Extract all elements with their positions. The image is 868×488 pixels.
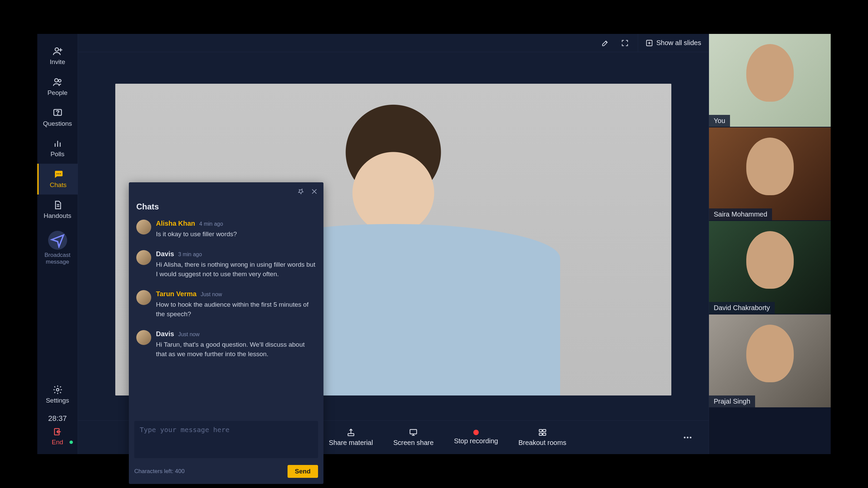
chat-message: Davis Just now Hi Tarun, that's a good q…	[136, 330, 316, 359]
sidebar-item-label: People	[47, 89, 67, 97]
chat-text: Hi Tarun, that's a good question. We'll …	[156, 340, 315, 359]
sidebar-item-label: Broadcast message	[39, 252, 76, 266]
participant-name: Saira Mohammed	[709, 208, 772, 220]
sidebar: Invite People Questions Polls Chats Hand…	[37, 34, 78, 454]
avatar	[136, 290, 151, 305]
svg-point-3	[55, 79, 58, 82]
participant-tile[interactable]: Prajal Singh	[709, 314, 831, 408]
chars-left: Characters left: 400	[134, 468, 184, 475]
svg-point-31	[684, 436, 686, 438]
sidebar-item-people[interactable]: People	[37, 72, 78, 102]
svg-rect-28	[543, 429, 546, 432]
end-label: End	[52, 439, 63, 446]
participants-strip: You Saira Mohammed David Chakraborty Pra…	[709, 34, 831, 454]
breakout-rooms-button[interactable]: Breakout rooms	[518, 428, 566, 447]
show-all-slides-button[interactable]: Show all slides	[638, 34, 709, 52]
end-button[interactable]: End	[37, 427, 78, 454]
show-all-slides-label: Show all slides	[656, 39, 701, 47]
share-material-button[interactable]: Share material	[329, 428, 373, 447]
breakout-label: Breakout rooms	[518, 439, 566, 447]
questions-icon	[53, 108, 63, 118]
sidebar-item-invite[interactable]: Invite	[37, 41, 78, 72]
broadcast-icon	[50, 232, 65, 248]
chat-header	[129, 182, 323, 201]
chat-text: Is it okay to use filler words?	[156, 229, 237, 239]
svg-point-15	[56, 388, 59, 391]
participant-tile[interactable]: You	[709, 34, 831, 127]
sidebar-item-label: Settings	[46, 397, 69, 405]
fullscreen-icon	[621, 39, 629, 47]
sidebar-item-label: Invite	[50, 58, 65, 66]
sidebar-item-chats[interactable]: Chats	[37, 164, 78, 195]
svg-point-11	[58, 173, 59, 174]
svg-rect-27	[539, 429, 542, 432]
plus-square-icon	[646, 39, 653, 47]
pin-button[interactable]	[296, 186, 306, 197]
chat-panel: Chats Alisha Khan 4 min ago Is it okay t…	[129, 182, 323, 484]
sidebar-item-broadcast[interactable]: Broadcast message	[37, 225, 78, 271]
avatar	[136, 250, 151, 265]
chat-sender: Alisha Khan	[156, 220, 195, 227]
chat-text: How to hook the audience within the firs…	[156, 300, 315, 319]
close-icon	[311, 188, 318, 195]
screen-share-label: Screen share	[393, 439, 434, 447]
chat-body: Alisha Khan 4 min ago Is it okay to use …	[129, 215, 323, 418]
topbar: Show all slides	[78, 34, 709, 52]
pin-icon	[297, 188, 304, 195]
chat-time: Just now	[178, 331, 199, 338]
share-material-label: Share material	[329, 439, 373, 447]
status-dot	[70, 441, 73, 444]
fullscreen-icon-button[interactable]	[618, 36, 632, 50]
avatar	[136, 330, 151, 345]
chat-sender: Davis	[156, 330, 174, 338]
svg-point-10	[56, 173, 57, 174]
end-icon	[53, 427, 62, 436]
stop-recording-label: Stop recording	[454, 437, 498, 445]
chat-sender: Davis	[156, 250, 174, 258]
participant-name: Prajal Singh	[709, 395, 755, 407]
app-frame: Invite People Questions Polls Chats Hand…	[37, 34, 831, 454]
more-button[interactable]	[680, 430, 695, 445]
chats-icon	[53, 169, 63, 179]
chat-input[interactable]	[134, 421, 318, 458]
people-icon	[53, 77, 63, 87]
send-button[interactable]: Send	[288, 465, 318, 478]
svg-point-4	[58, 79, 61, 82]
chat-text: Hi Alisha, there is nothing wrong in usi…	[156, 260, 315, 279]
session-timer: 28:37	[48, 410, 67, 427]
chat-message: Tarun Verma Just now How to hook the aud…	[136, 290, 316, 319]
close-button[interactable]	[309, 186, 319, 197]
chat-message: Alisha Khan 4 min ago Is it okay to use …	[136, 220, 316, 239]
participant-tile[interactable]: David Chakraborty	[709, 221, 831, 314]
avatar	[136, 220, 151, 235]
sidebar-item-label: Polls	[51, 150, 64, 158]
sidebar-item-settings[interactable]: Settings	[37, 379, 78, 410]
broadcast-icon-circle	[48, 231, 67, 250]
gear-icon	[53, 385, 63, 395]
chat-time: 3 min ago	[178, 251, 202, 258]
sidebar-item-label: Handouts	[44, 212, 71, 220]
chat-time: Just now	[201, 291, 222, 298]
screen-share-icon	[409, 428, 418, 437]
chat-time: 4 min ago	[199, 221, 223, 227]
sidebar-item-polls[interactable]: Polls	[37, 133, 78, 164]
handouts-icon	[53, 200, 63, 210]
svg-point-33	[690, 436, 691, 438]
polls-icon	[53, 138, 63, 148]
sidebar-item-handouts[interactable]: Handouts	[37, 195, 78, 225]
svg-point-32	[687, 436, 689, 438]
svg-point-12	[60, 173, 61, 174]
chat-sender: Tarun Verma	[156, 290, 197, 298]
more-icon	[683, 432, 693, 443]
stop-recording-button[interactable]: Stop recording	[454, 430, 498, 445]
svg-rect-23	[348, 433, 354, 436]
participant-tile[interactable]: Saira Mohammed	[709, 127, 831, 221]
edit-icon-button[interactable]	[598, 36, 612, 50]
chat-message: Davis 3 min ago Hi Alisha, there is noth…	[136, 250, 316, 279]
svg-point-6	[57, 114, 58, 115]
screen-share-button[interactable]: Screen share	[393, 428, 434, 447]
record-icon	[473, 430, 479, 435]
edit-icon	[601, 39, 609, 47]
sidebar-item-questions[interactable]: Questions	[37, 102, 78, 133]
participant-name: You	[709, 115, 730, 127]
